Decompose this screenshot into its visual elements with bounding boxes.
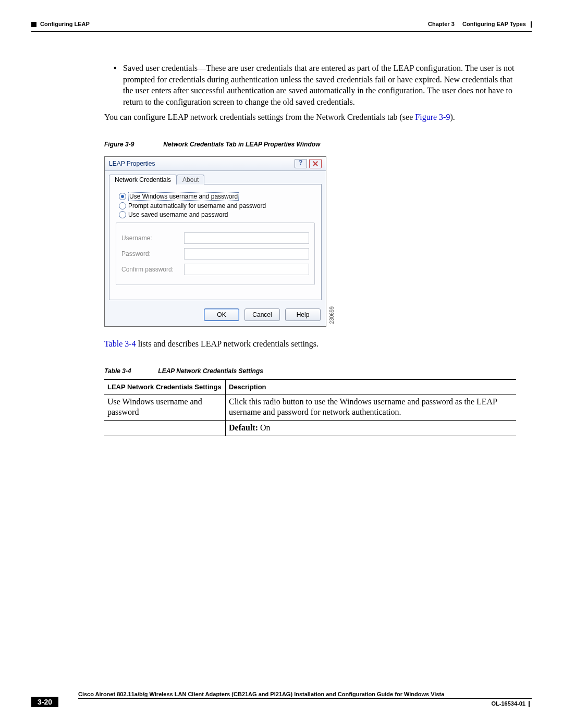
password-row: Password: — [121, 248, 309, 260]
footer-doc-title: Cisco Aironet 802.11a/b/g Wireless LAN C… — [78, 691, 532, 699]
table-cell-default: Default: On — [226, 421, 517, 436]
radio-group: Use Windows username and password Prompt… — [119, 192, 315, 218]
username-row: Username: — [121, 232, 309, 244]
table-ref-link[interactable]: Table 3-4 — [104, 339, 136, 348]
bullet-text: Saved user credentials—These are user cr… — [123, 63, 516, 107]
tab-strip: Network Credentials About — [105, 171, 326, 184]
confirm-password-input[interactable] — [184, 264, 309, 275]
tab-about[interactable]: About — [177, 175, 204, 184]
header-square-icon — [31, 22, 36, 27]
bullet-dot-icon: • — [114, 63, 123, 107]
table-header-description: Description — [226, 379, 517, 394]
dialog-titlebar: LEAP Properties — [105, 157, 326, 171]
ok-button[interactable]: OK — [204, 309, 239, 321]
header-section-right: Chapter 3 Configuring EAP Types — [428, 21, 532, 28]
dialog-title: LEAP Properties — [109, 160, 155, 167]
para1-post: ). — [450, 113, 455, 121]
radio-use-windows[interactable]: Use Windows username and password — [119, 192, 315, 201]
radio-label: Prompt automatically for username and pa… — [128, 202, 266, 209]
table-title: LEAP Network Credentials Settings — [158, 367, 263, 375]
cancel-button[interactable]: Cancel — [244, 309, 280, 321]
footer-bar-icon — [529, 701, 530, 707]
settings-table: LEAP Network Credentials Settings Descri… — [104, 379, 516, 436]
password-label: Password: — [121, 250, 179, 257]
figure-ref-link[interactable]: Figure 3-9 — [415, 113, 450, 121]
para1-pre: You can configure LEAP network credentia… — [104, 113, 415, 121]
page-header: Configuring LEAP Chapter 3 Configuring E… — [31, 21, 532, 32]
radio-label: Use saved username and password — [128, 211, 228, 218]
window-buttons — [295, 159, 322, 168]
header-chapter-title: Configuring EAP Types — [462, 21, 526, 27]
help-icon[interactable] — [295, 159, 307, 168]
header-bar-icon — [531, 21, 532, 28]
header-chapter: Chapter 3 — [428, 21, 455, 27]
figure-title: Network Credentials Tab in LEAP Properti… — [163, 141, 320, 148]
paragraph-intro: You can configure LEAP network credentia… — [104, 112, 516, 123]
figure-caption: Figure 3-9 Network Credentials Tab in LE… — [104, 141, 516, 148]
close-icon[interactable] — [309, 159, 322, 168]
table-caption: Table 3-4 LEAP Network Credentials Setti… — [104, 367, 516, 375]
table-header-settings: LEAP Network Credentials Settings — [104, 379, 226, 394]
table-cell-setting: Use Windows username and password — [104, 394, 226, 421]
tab-panel: Use Windows username and password Prompt… — [109, 184, 322, 300]
radio-icon — [119, 202, 126, 209]
table-row: Use Windows username and password Click … — [104, 394, 516, 421]
table-number: Table 3-4 — [104, 367, 156, 375]
username-input[interactable] — [184, 232, 309, 244]
radio-icon — [119, 211, 126, 218]
radio-icon — [119, 193, 126, 200]
page-content: • Saved user credentials—These are user … — [104, 63, 516, 436]
image-id-label: 230699 — [329, 306, 335, 324]
table-cell-description: Click this radio button to use the Windo… — [226, 394, 517, 421]
radio-saved[interactable]: Use saved username and password — [119, 211, 315, 218]
help-button[interactable]: Help — [285, 309, 321, 321]
table-intro-rest: lists and describes LEAP network credent… — [136, 339, 319, 348]
leap-properties-dialog: LEAP Properties Network Credentials Abou… — [104, 156, 326, 327]
header-section-left: Configuring LEAP — [31, 21, 90, 27]
bullet-item: • Saved user credentials—These are user … — [114, 63, 516, 107]
page-number: 3-20 — [31, 697, 58, 707]
radio-label: Use Windows username and password — [128, 192, 239, 201]
figure-number: Figure 3-9 — [104, 141, 162, 148]
header-section-name: Configuring LEAP — [40, 21, 90, 27]
footer-doc-id: OL-16534-01 — [492, 700, 530, 707]
radio-prompt[interactable]: Prompt automatically for username and pa… — [119, 202, 315, 209]
username-label: Username: — [121, 235, 179, 242]
confirm-label: Confirm password: — [121, 266, 179, 273]
dialog-button-bar: OK Cancel Help — [105, 303, 326, 326]
table-row: Default: On — [104, 421, 516, 436]
table-intro-paragraph: Table 3-4 lists and describes LEAP netwo… — [104, 338, 516, 350]
confirm-row: Confirm password: — [121, 264, 309, 275]
password-input[interactable] — [184, 248, 309, 260]
tab-network-credentials[interactable]: Network Credentials — [109, 175, 177, 184]
table-header-row: LEAP Network Credentials Settings Descri… — [104, 379, 516, 394]
credentials-fieldset: Username: Password: Confirm password: — [116, 223, 315, 285]
table-cell-empty — [104, 421, 226, 436]
